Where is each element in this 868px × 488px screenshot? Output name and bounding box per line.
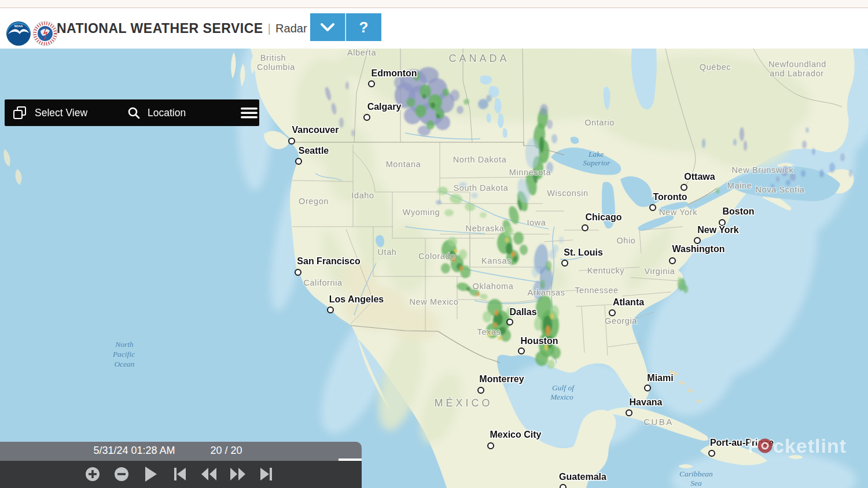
city-marker-monterrey [478, 387, 484, 393]
radar-cell [802, 141, 807, 149]
city-label-st-louis: St. Louis [564, 247, 603, 257]
radar-cell [459, 249, 467, 260]
map-container: BritishColumbiaAlbertaCANADAQuébecNewfou… [0, 49, 868, 488]
zoom-out-button[interactable] [112, 464, 131, 484]
playback-controls [0, 461, 362, 488]
skip-to-end-button[interactable] [257, 464, 277, 484]
radar-cell [534, 317, 542, 331]
radar-cell [471, 193, 478, 198]
radar-cell [551, 134, 557, 143]
radar-cell [415, 105, 426, 117]
city-marker-houston [518, 348, 524, 354]
city-label-houston: Houston [521, 336, 558, 346]
city-label-boston: Boston [722, 206, 754, 216]
select-view-icon[interactable] [13, 106, 27, 120]
svg-text:NOAA: NOAA [14, 24, 23, 28]
radar-cell [512, 252, 515, 257]
city-label-toronto: Toronto [653, 192, 687, 202]
region-label-maine: Maine [727, 181, 752, 190]
help-button[interactable]: ? [346, 13, 381, 41]
city-marker-havana [626, 410, 632, 416]
radar-cell [520, 245, 528, 255]
page-title: Radar [275, 22, 307, 35]
skip-to-start-button[interactable] [170, 464, 189, 484]
region-label-north-dakota: North Dakota [453, 155, 507, 164]
radar-cell [339, 117, 344, 128]
region-label-texas: Texas [477, 327, 501, 337]
city-label-mexico-city: Mexico City [490, 430, 542, 439]
radar-cell [448, 237, 457, 246]
radar-cell [829, 162, 835, 173]
region-label-arkansas: Arkansas [527, 288, 565, 297]
radar-cell [442, 88, 449, 97]
city-marker-guatemala [560, 485, 566, 488]
radar-cell [494, 323, 497, 327]
radar-cell [840, 153, 845, 161]
radar-cell [532, 266, 539, 278]
radar-cell [559, 236, 564, 243]
radar-cell [406, 98, 415, 107]
region-label-oklahoma: Oklahoma [473, 282, 514, 291]
play-button[interactable] [141, 464, 160, 484]
radar-cell [435, 109, 444, 119]
chevron-down-icon [320, 23, 335, 32]
water-label-gulf-of: Gulf of [552, 383, 575, 392]
city-marker-vancouver [289, 138, 295, 144]
city-marker-atlanta [609, 310, 615, 316]
city-label-vancouver: Vancouver [292, 125, 339, 135]
city-marker-dallas [507, 319, 513, 325]
zoom-in-button[interactable] [83, 464, 102, 484]
city-marker-chicago [582, 225, 588, 231]
step-forward-button[interactable] [228, 464, 248, 484]
noaa-logo-icon: NOAA [6, 21, 31, 46]
location-button[interactable]: Location [148, 99, 186, 126]
city-label-guatemala: Guatemala [559, 472, 606, 482]
region-label-kansas: Kansas [481, 256, 512, 265]
region-label-oregon: Oregon [299, 197, 329, 206]
search-icon[interactable] [127, 106, 141, 120]
step-back-button[interactable] [199, 464, 219, 484]
app-title: NATIONAL WEATHER SERVICE [57, 21, 263, 36]
map-toolbar: Select View Location [5, 99, 259, 126]
region-label-montana: Montana [386, 160, 421, 169]
timeline-bar[interactable]: 5/31/24 01:28 AM 20 / 20 [0, 442, 362, 461]
select-view-button[interactable]: Select View [35, 99, 87, 126]
radar-cell [426, 120, 435, 130]
city-label-san-francisco: San Francisco [297, 256, 361, 266]
header-dropdown-button[interactable] [310, 13, 345, 41]
water-label-sea: Sea [690, 479, 702, 487]
region-label-new-york: New York [659, 208, 697, 217]
region-label-qu-bec: Québec [700, 62, 731, 72]
radar-cell [466, 287, 471, 291]
radar-cell [546, 261, 551, 271]
radar-cell [431, 102, 435, 108]
radar-cell [436, 200, 442, 205]
city-label-monterrey: Monterrey [479, 374, 524, 384]
city-marker-new-york [694, 238, 700, 243]
fast-forward-icon [229, 467, 247, 482]
radar-cell [539, 136, 544, 153]
region-label-new-mexico: New Mexico [410, 297, 459, 306]
radar-cell [441, 263, 450, 273]
region-label-california: California [303, 278, 343, 287]
city-marker-mexico-city [488, 443, 494, 449]
region-label-nova-scotia: Nova Scotia [756, 185, 805, 194]
city-marker-san-francisco [295, 269, 301, 275]
city-marker-los-angeles [328, 307, 333, 313]
region-label-alberta: Alberta [347, 49, 376, 57]
city-marker-port-au-prince [709, 450, 715, 456]
radar-cell [464, 99, 469, 105]
city-marker-toronto [650, 205, 656, 210]
menu-icon[interactable] [241, 108, 258, 119]
radar-cell [740, 127, 744, 141]
city-label-seattle: Seattle [299, 146, 329, 156]
city-label-havana: Havana [630, 397, 663, 407]
radar-cell [812, 148, 815, 155]
city-marker-edmonton [369, 81, 374, 87]
water-label-pacific: Pacific [112, 350, 135, 358]
region-label-ohio: Ohio [616, 236, 635, 245]
radar-cell [483, 311, 492, 323]
water-label-ocean: Ocean [114, 360, 134, 368]
nws-logo-icon [32, 21, 58, 46]
radar-cell [394, 76, 404, 89]
